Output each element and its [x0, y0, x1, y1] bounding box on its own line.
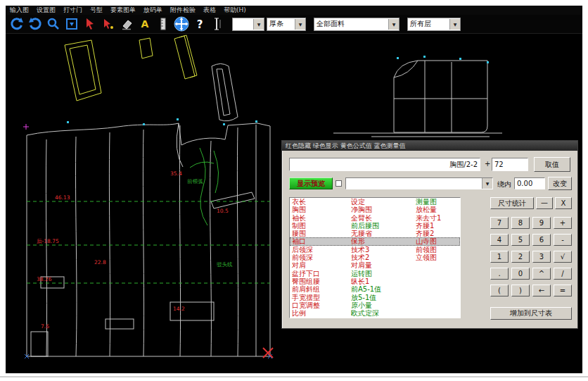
keypad-key-4-2[interactable]: ← [532, 285, 551, 296]
measure-icon[interactable] [210, 16, 226, 32]
keypad-key-3-1[interactable]: 0 [511, 268, 530, 280]
stroke-dropdown[interactable]: 厚条 ▼ [267, 18, 306, 31]
chevron-down-icon[interactable]: ▼ [388, 19, 399, 30]
redo-icon[interactable] [27, 16, 43, 32]
size-list-cell: 前A5-1值 [351, 285, 416, 293]
range-input[interactable] [514, 177, 545, 189]
size-list-cell [416, 270, 460, 277]
size-list-item[interactable]: 腰围无腰省齐腰2 [290, 230, 460, 237]
size-list-cell: 净胸围 [351, 206, 416, 213]
size-list-item[interactable]: 比例欧式定深 [290, 309, 460, 317]
measurement-dialog: 红色隐藏 绿色显示 黄色公式值 蓝色测量值 + 取值 显示预览 ▼ 绕内 改变 … [281, 140, 578, 329]
keypad-key-2-3[interactable]: √ [554, 251, 572, 263]
chevron-down-icon[interactable]: ▼ [482, 178, 492, 189]
keypad-key-0-1[interactable]: 8 [511, 217, 530, 229]
menu-item-8[interactable]: 帮助(H) [224, 6, 246, 15]
menu-item-1[interactable]: 设置图 [37, 6, 56, 15]
size-list[interactable]: 衣长设定测量图胸围净胸围放松量袖长全臂长来去寸1制图前后腰围齐腰1腰围无腰省齐腰… [289, 197, 461, 318]
menu-item-0[interactable]: 输入图 [10, 6, 29, 15]
dimension-label: 后-18.75 [37, 238, 59, 244]
drawing-canvas[interactable]: 46.13 后-18.75 38.26 35.4 10.5 22.8 14.2 … [6, 34, 582, 373]
size-list-cell: 臀围组腰 [290, 277, 351, 285]
close-key[interactable]: X [555, 197, 572, 209]
text-tool-icon[interactable]: A [136, 16, 153, 32]
size-list-item[interactable]: 前领深技术2立领图 [290, 254, 460, 261]
keypad-key-2-2[interactable]: 3 [532, 251, 551, 263]
size-list-cell: 前肩斜组 [290, 285, 351, 293]
size-list-item[interactable]: 对肩对肩量 [290, 261, 460, 269]
size-list-cell: 齐腰2 [416, 230, 460, 237]
keypad-key-3-3[interactable]: / [554, 268, 572, 280]
size-list-item[interactable]: 衣长设定测量图 [290, 198, 460, 206]
menu-item-2[interactable]: 打寸门 [63, 6, 82, 15]
cursor-alt-icon[interactable] [100, 16, 116, 32]
menu-bar: 输入图设置图打寸门号型要素图单放码单附件检验表格帮助(H) [6, 6, 582, 15]
size-list-item[interactable]: 后领深技术3前领图 [290, 246, 460, 254]
menu-item-4[interactable]: 要素图单 [110, 6, 136, 15]
menu-item-3[interactable]: 号型 [90, 6, 103, 15]
size-list-item[interactable]: 臀围组腰纵长1 [290, 277, 460, 285]
size-list-cell [416, 294, 460, 301]
chevron-down-icon[interactable]: ▼ [253, 19, 264, 30]
layer-filter-value: 所有层 [408, 19, 449, 29]
chevron-down-icon[interactable]: ▼ [449, 19, 460, 30]
size-statistics-button[interactable]: 尺寸统计 [490, 197, 534, 209]
keypad-key-0-0[interactable]: 7 [490, 217, 509, 229]
calc-value-button[interactable]: 取值 [534, 157, 570, 172]
formula-input[interactable] [289, 158, 480, 171]
help-icon[interactable]: ? [191, 16, 207, 32]
keypad-key-4-0[interactable]: ( [490, 285, 509, 296]
keypad-key-3-2[interactable]: ^ [532, 268, 551, 280]
ruler-icon[interactable] [155, 16, 171, 32]
size-list-item[interactable]: 制图前后腰围齐腰1 [290, 222, 460, 230]
window-bottom-edge [0, 376, 588, 377]
chevron-down-icon[interactable]: ▼ [295, 19, 305, 30]
pan-icon[interactable] [173, 16, 189, 32]
size-list-cell: 盆抒下口 [290, 270, 351, 277]
apply-button[interactable]: 改变 [548, 177, 572, 190]
piece-filter-dropdown[interactable]: 全部面料 ▼ [314, 18, 400, 31]
keypad-key-0-2[interactable]: 9 [532, 217, 551, 229]
size-list-item[interactable]: 盆抒下口运转图 [290, 270, 460, 277]
size-list-cell: 保形 [351, 237, 416, 245]
keypad-key-0-3[interactable]: + [554, 217, 572, 229]
size-list-cell: 口宽调整 [290, 301, 351, 309]
size-list-item[interactable]: 袖长全臂长来去寸1 [290, 214, 460, 222]
keypad-key-3-0[interactable]: . [490, 268, 509, 280]
menu-item-5[interactable]: 放码单 [143, 6, 162, 15]
menu-item-7[interactable]: 表格 [203, 6, 216, 15]
minus-key[interactable]: 一 [536, 197, 553, 209]
keypad-key-4-3[interactable]: = [554, 285, 572, 296]
dimension-label: 10.5 [217, 208, 229, 214]
menu-item-6[interactable]: 附件检验 [170, 6, 196, 15]
keypad-key-1-0[interactable]: 4 [490, 234, 509, 246]
layer-filter-dropdown[interactable]: 所有层 ▼ [407, 18, 461, 31]
keypad-key-2-0[interactable]: 1 [490, 251, 509, 263]
size-list-item[interactable]: 前肩斜组前A5-1值 [290, 285, 460, 293]
yellow-pattern-pieces [65, 35, 197, 101]
view-box-icon[interactable] [63, 16, 79, 32]
size-list-item[interactable]: 手宽摆型放5-1值 [290, 294, 460, 301]
dialog-title: 红色隐藏 绿色显示 黄色公式值 蓝色测量值 [282, 141, 577, 151]
result-input[interactable] [492, 158, 528, 171]
size-list-cell: 袖长 [290, 214, 351, 222]
size-list-item[interactable]: 袖口保形山寺图 [290, 237, 460, 245]
undo-icon[interactable] [8, 16, 25, 32]
cursor-icon[interactable] [82, 16, 98, 32]
keypad-key-1-1[interactable]: 5 [511, 234, 530, 246]
size-list-item[interactable]: 胸围净胸围放松量 [290, 206, 460, 213]
formula-dropdown[interactable]: ▼ [345, 177, 493, 189]
zoom-icon[interactable] [45, 16, 61, 32]
add-to-size-table-button[interactable]: 增加到尺寸表 [490, 307, 572, 320]
keypad-key-4-1[interactable]: ) [511, 285, 530, 296]
size-list-item[interactable]: 口宽调整原小量 [290, 301, 460, 309]
dimension-label: 38.26 [37, 276, 52, 282]
show-preview-button[interactable]: 显示预览 [289, 177, 333, 189]
eraser-icon[interactable] [118, 16, 134, 32]
keypad-key-1-2[interactable]: 6 [532, 234, 551, 246]
color-dropdown[interactable]: ▼ [232, 18, 264, 31]
keypad-key-2-1[interactable]: 2 [511, 251, 530, 263]
size-list-cell: 腰围 [290, 230, 351, 237]
keypad-key-1-3[interactable]: - [554, 234, 572, 246]
preview-checkbox[interactable] [335, 180, 342, 187]
